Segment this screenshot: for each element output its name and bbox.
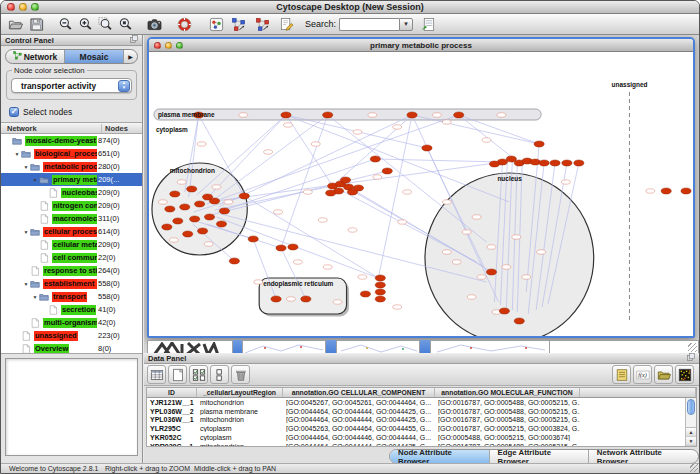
background-window[interactable] [430,340,550,353]
column-header[interactable]: annotation.GO CELLULAR_COMPONENT [283,388,435,397]
background-window[interactable] [242,340,326,353]
search-input[interactable] [339,18,399,31]
select-attributes-icon[interactable] [189,365,208,384]
app-resize-grip[interactable] [690,464,698,472]
zoom-in-icon[interactable] [76,15,94,33]
zoom-fit-icon[interactable] [116,15,134,33]
help-icon[interactable] [175,15,193,33]
scroll-down-icon[interactable]: ▼ [686,437,696,446]
background-window[interactable] [550,340,699,353]
network-close-button[interactable] [154,42,161,49]
attribute-table-row[interactable]: YJR121W__1mitochondrion[GO:0045267, GO:0… [147,398,685,407]
tree-row[interactable]: nucleobase-c209(0) [1,186,142,199]
table-vertical-scrollbar[interactable]: ▲ ▼ [685,398,696,446]
import-attributes-icon[interactable] [654,365,673,384]
minimize-button[interactable] [19,3,27,11]
attribute-table-row[interactable]: YLR295Ccytoplasm[GO:0045263, GO:0044464,… [147,424,685,433]
search-dropdown-arrow-icon[interactable]: ▼ [399,18,413,31]
select-nodes-checkbox[interactable]: ✓ [9,107,19,117]
tree-row[interactable]: nitrogen compo209(0) [1,199,142,212]
tree-row[interactable]: ▼primary metabo209(... [1,173,142,186]
tab-network-attribute-browser[interactable]: Network Attribute Browser [589,450,698,463]
attribute-table-row[interactable]: YKR052Ccytoplasm[GO:0044464, GO:0044446,… [147,433,685,442]
table-cell: [GO:0044464, GO:0044444, GO:0044425, G..… [283,443,435,446]
tree-row[interactable]: ▼biological_process651(0) [1,147,142,160]
tree-row[interactable]: Overview8(0) [1,342,142,353]
tree-row[interactable]: mosaic-demo-yeast874(0) [1,134,142,147]
network-view-window[interactable]: primary metabolic process plasma membran… [147,37,695,338]
folder-icon [30,227,43,237]
network-minimize-button[interactable] [165,42,172,49]
folder-icon [30,279,43,289]
tree-row[interactable]: response to stimulu264(0) [1,264,142,277]
float-panel-icon[interactable] [130,35,138,45]
network-canvas[interactable]: plasma membranecytoplasmmitochondrionnuc… [149,52,693,336]
tab-mosaic[interactable]: Mosaic [65,50,124,63]
network-graph[interactable]: plasma membranecytoplasmmitochondrionnuc… [149,52,693,336]
attribute-table-row[interactable]: YPL036W__2plasma membrane[GO:0044464, GO… [147,407,685,416]
column-header[interactable]: ID [147,388,197,397]
float-panel-icon[interactable] [687,353,695,363]
background-window[interactable] [336,340,420,353]
zoom-selected-icon[interactable] [96,15,114,33]
scrollbar-thumb[interactable] [687,399,695,415]
birdseye-view[interactable] [5,358,138,456]
zoom-out-icon[interactable] [56,15,74,33]
close-button[interactable] [7,3,15,11]
layout-red-icon[interactable] [253,15,271,33]
column-header[interactable]: annotation.GO MOLECULAR_FUNCTION [435,388,580,397]
function-builder-icon[interactable]: f(x) [633,365,652,384]
snapshot-icon[interactable] [145,15,163,33]
attribute-table-row[interactable]: YDR039C__1mitochondrion[GO:0044464, GO:0… [147,442,685,446]
open-session-icon[interactable] [6,15,24,33]
unselect-attributes-icon[interactable] [210,365,229,384]
attribute-editor-icon[interactable] [612,365,631,384]
attribute-table-row[interactable]: YPL036W__1mitochondrion[GO:0044464, GO:0… [147,416,685,425]
tree-row[interactable]: macromolecule311(0) [1,212,142,225]
tree-row-count: 41(0) [98,303,116,316]
tree-row[interactable]: cell communicat22(0) [1,251,142,264]
network-desktop: primary metabolic process plasma membran… [144,35,699,353]
zoom-window-button[interactable] [31,3,39,11]
expand-arrow-icon[interactable]: ▼ [13,151,21,157]
tree-col-network[interactable]: Network [1,124,102,133]
expand-arrow-icon[interactable]: ▼ [31,177,39,183]
tree-row[interactable]: ▼cellular process614(0) [1,225,142,238]
table-cell: YLR295C [147,425,197,432]
tree-row[interactable]: unassigned223(0) [1,329,142,342]
tree-col-nodes[interactable]: Nodes [102,124,142,133]
window-resize-grip[interactable] [688,343,697,352]
background-window[interactable] [147,340,233,353]
tab-edge-attribute-browser[interactable]: Edge Attribute Browser [490,450,589,463]
control-panel: Control Panel Network Mosaic ▶ Node colo… [1,35,143,463]
attribute-table-header: ID_cellularLayoutRegionannotation.GO CEL… [147,388,696,398]
expand-arrow-icon[interactable]: ▼ [22,281,30,287]
network-window-titlebar[interactable]: primary metabolic process [149,39,693,52]
node-color-dropdown[interactable]: transporter activity ▲▼ [11,78,132,93]
delete-attribute-icon[interactable] [231,365,250,384]
tree-row[interactable]: ▼transport558(0) [1,290,142,303]
expand-arrow-icon[interactable]: ▼ [22,229,30,235]
attribute-table-icon[interactable] [147,365,166,384]
tree-row[interactable]: secretion41(0) [1,303,142,316]
tab-node-attribute-browser[interactable]: Node Attribute Browser [390,450,490,463]
vizmapper-icon[interactable] [207,15,225,33]
new-attribute-icon[interactable] [168,365,187,384]
tree-row[interactable]: ▼establishment of lo558(0) [1,277,142,290]
tree-row[interactable]: cellular metabol209(0) [1,238,142,251]
layout-blue-icon[interactable] [229,15,247,33]
expand-arrow-icon[interactable]: ▼ [31,294,39,300]
network-zoom-button[interactable] [176,42,183,49]
import-table-icon[interactable] [419,15,437,33]
matrix-view-icon[interactable] [675,365,694,384]
tree-row[interactable]: ▼metabolic process280(0) [1,160,142,173]
column-header[interactable]: _cellularLayoutRegion [197,388,283,397]
tab-overflow-arrow[interactable]: ▶ [124,50,137,63]
tree-row-count: 874(0) [98,134,120,147]
scroll-up-icon[interactable]: ▲ [686,428,696,437]
tab-network[interactable]: Network [6,50,65,63]
tree-row[interactable]: multi-organism pro42(0) [1,316,142,329]
save-session-icon[interactable] [27,15,45,33]
expand-arrow-icon[interactable]: ▼ [22,164,30,170]
annotation-icon[interactable] [277,15,295,33]
